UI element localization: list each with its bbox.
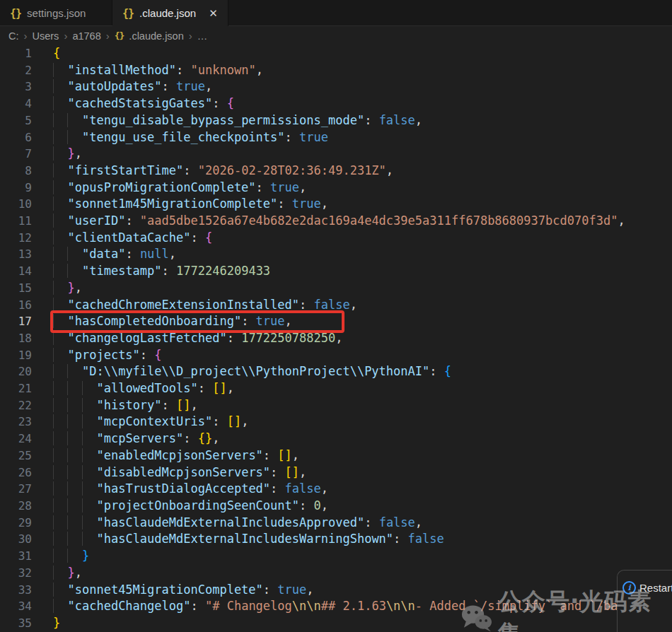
code-line: 10 "sonnet1m45MigrationComplete": true, <box>0 196 672 213</box>
tab-settings-json[interactable]: {} settings.json <box>0 0 112 26</box>
code-line: 1{ <box>0 45 672 62</box>
code-line: 31 } <box>0 548 672 565</box>
code-line: 23 "mcpContextUris": [], <box>0 414 672 431</box>
code-line: 8 "firstStartTime": "2026-02-28T02:36:49… <box>0 163 672 180</box>
breadcrumb: C: › Users › a1768 › {} .claude.json › … <box>0 26 672 45</box>
code-line: 19 "projects": { <box>0 347 672 364</box>
vscode-window: {} settings.json {} .claude.json ✕ C: › … <box>0 0 672 632</box>
line-number[interactable]: 3 <box>0 78 32 95</box>
json-file-icon: {} <box>10 7 21 20</box>
code-line: 11 "userID": "aad5dbe1526a67e4b682e2dac1… <box>0 213 672 230</box>
code-line: 15 }, <box>0 280 672 297</box>
line-number[interactable]: 6 <box>0 129 32 146</box>
code-line: 9 "opusProMigrationComplete": true, <box>0 180 672 197</box>
line-number[interactable]: 15 <box>0 280 32 297</box>
code-line: 30 "hasClaudeMdExternalIncludesWarningSh… <box>0 531 672 548</box>
tabbar-divider <box>0 25 672 26</box>
line-number[interactable]: 23 <box>0 414 32 431</box>
line-number[interactable]: 16 <box>0 297 32 314</box>
line-number[interactable]: 30 <box>0 531 32 548</box>
notification-toast[interactable]: i Restart <box>617 570 672 632</box>
code-line: 4 "cachedStatsigGates": { <box>0 95 672 112</box>
line-number[interactable]: 1 <box>0 45 32 62</box>
code-line: 20 "D:\\myfile\\D_project\\PythonProject… <box>0 363 672 380</box>
chevron-right-icon: › <box>189 30 192 42</box>
json-file-icon: {} <box>122 7 134 20</box>
tab-label: settings.json <box>27 7 86 19</box>
line-number[interactable]: 26 <box>0 464 32 481</box>
line-number[interactable]: 19 <box>0 347 32 364</box>
code-line: 27 "hasTrustDialogAccepted": false, <box>0 481 672 498</box>
code-line: 35} <box>0 615 672 632</box>
line-number[interactable]: 5 <box>0 112 32 129</box>
chevron-right-icon: › <box>64 30 67 42</box>
line-number[interactable]: 10 <box>0 196 32 213</box>
line-number[interactable]: 22 <box>0 397 32 414</box>
code-line: 28 "projectOnboardingSeenCount": 0, <box>0 498 672 515</box>
line-number[interactable]: 35 <box>0 615 32 632</box>
line-number[interactable]: 32 <box>0 565 32 582</box>
line-number[interactable]: 2 <box>0 62 32 79</box>
code-line: 34 "cachedChangelog": "# Changelog\n\n##… <box>0 598 672 615</box>
code-line: 7 }, <box>0 146 672 163</box>
line-number[interactable]: 28 <box>0 498 32 515</box>
line-number[interactable]: 24 <box>0 431 32 447</box>
line-number[interactable]: 29 <box>0 515 32 532</box>
info-icon: i <box>622 581 636 595</box>
code-line: 13 "data": null, <box>0 246 672 263</box>
code-editor[interactable]: 1{2 "installMethod": "unknown",3 "autoUp… <box>0 45 672 632</box>
line-number[interactable]: 9 <box>0 180 32 197</box>
line-number[interactable]: 21 <box>0 380 32 397</box>
code-line: 21 "allowedTools": [], <box>0 380 672 397</box>
code-line: 24 "mcpServers": {}, <box>0 431 672 447</box>
line-number[interactable]: 8 <box>0 163 32 180</box>
code-line: 33 "sonnet45MigrationComplete": true, <box>0 582 672 599</box>
line-number[interactable]: 34 <box>0 598 32 615</box>
line-number[interactable]: 20 <box>0 363 32 380</box>
line-number[interactable]: 17 <box>0 313 32 330</box>
code-line: 16 "cachedChromeExtensionInstalled": fal… <box>0 297 672 314</box>
breadcrumb-a1768[interactable]: a1768 <box>72 30 100 42</box>
code-line: 2 "installMethod": "unknown", <box>0 62 672 79</box>
line-number[interactable]: 14 <box>0 263 32 280</box>
code-line: 29 "hasClaudeMdExternalIncludesApproved"… <box>0 515 672 532</box>
code-line: 14 "timestamp": 1772246209433 <box>0 263 672 280</box>
line-number[interactable]: 31 <box>0 548 32 565</box>
json-file-icon: {} <box>115 30 124 41</box>
close-tab-icon[interactable]: ✕ <box>209 7 218 20</box>
line-number[interactable]: 12 <box>0 230 32 247</box>
breadcrumb-drive[interactable]: C: <box>8 30 19 42</box>
code-line: 25 "enabledMcpjsonServers": [], <box>0 447 672 464</box>
tab-label: .claude.json <box>139 7 196 19</box>
code-line: 5 "tengu_disable_bypass_permissions_mode… <box>0 112 672 129</box>
breadcrumb-more[interactable]: … <box>197 30 208 42</box>
chevron-right-icon: › <box>24 30 28 42</box>
code-line: 18 "changelogLastFetched": 1772250788250… <box>0 330 672 347</box>
breadcrumb-file[interactable]: .claude.json <box>129 30 183 42</box>
breadcrumb-users[interactable]: Users <box>33 30 59 42</box>
chevron-right-icon: › <box>106 30 110 42</box>
code-line: 6 "tengu_use_file_checkpoints": true <box>0 129 672 146</box>
notification-label: Restart <box>639 581 672 594</box>
code-line: 12 "clientDataCache": { <box>0 230 672 247</box>
line-number[interactable]: 13 <box>0 246 32 263</box>
line-number[interactable]: 27 <box>0 481 32 498</box>
code-line: 22 "history": [], <box>0 397 672 414</box>
line-number[interactable]: 4 <box>0 95 32 112</box>
line-number[interactable]: 18 <box>0 330 32 347</box>
line-number[interactable]: 7 <box>0 146 32 163</box>
code-line: 32 }, <box>0 565 672 582</box>
code-line: 3 "autoUpdates": true, <box>0 78 672 95</box>
line-number[interactable]: 33 <box>0 582 32 599</box>
tab-claude-json[interactable]: {} .claude.json ✕ <box>112 0 228 26</box>
code-line: 26 "disabledMcpjsonServers": [], <box>0 464 672 481</box>
code-lines: 1{2 "installMethod": "unknown",3 "autoUp… <box>0 45 672 632</box>
code-line: 17 "hasCompletedOnboarding": true, <box>0 313 672 330</box>
line-number[interactable]: 25 <box>0 447 32 464</box>
line-number[interactable]: 11 <box>0 213 32 230</box>
tab-bar: {} settings.json {} .claude.json ✕ <box>0 0 672 26</box>
